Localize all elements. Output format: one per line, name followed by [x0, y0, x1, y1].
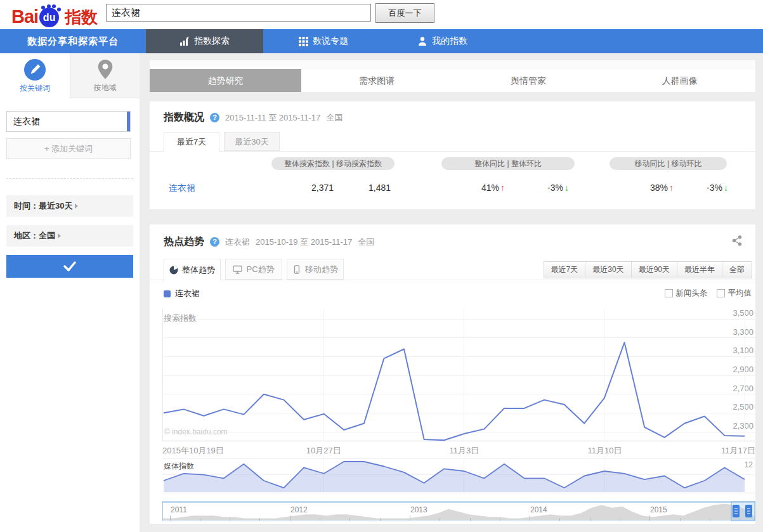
column-header-overall-compare: 整体同比 | 整体环比	[441, 157, 575, 170]
search-index-chart[interactable]: 2,3002,5002,7002,9003,1003,3003,500 搜索指数…	[162, 309, 755, 441]
time-filter[interactable]: 时间：最近30天	[6, 195, 133, 217]
logo-text-zhishu: 指数	[65, 7, 98, 27]
platform-title: 数据分享和探索平台	[0, 29, 146, 53]
index-overview-card: 指数概况 ? 2015-11-11 至 2015-11-17 全国 最近7天 最…	[150, 101, 755, 209]
overview-period-tabs: 最近7天 最近30天	[164, 132, 280, 152]
svg-text:2,500: 2,500	[733, 402, 753, 412]
tab-mobile-trend[interactable]: 移动趋势	[287, 259, 344, 280]
tab-last-7-days[interactable]: 最近7天	[164, 132, 219, 152]
tab-demand-map[interactable]: 需求图谱	[301, 69, 453, 92]
user-icon	[417, 36, 427, 46]
down-arrow-icon: ↓	[564, 183, 569, 193]
nav-item-index-explore[interactable]: 指数探索	[146, 29, 263, 53]
watermark: © index.baidu.com	[164, 427, 228, 436]
add-keyword-button[interactable]: + 添加关键词	[6, 138, 131, 159]
confirm-button[interactable]	[6, 255, 133, 278]
chart-options: 新闻头条 平均值	[665, 288, 752, 299]
keyword-text: 连衣裙	[13, 116, 40, 126]
paw-icon: du	[39, 6, 61, 27]
range-button-90d[interactable]: 最近90天	[631, 262, 677, 278]
trend-date-range: 2015-10-19 至 2015-11-17	[256, 237, 352, 248]
sidebar-tab-label: 按地域	[70, 82, 140, 93]
svg-text:2,700: 2,700	[733, 384, 753, 393]
media-max-value: 12	[745, 460, 753, 469]
svg-text:3,100: 3,100	[733, 346, 753, 355]
main-nav: 数据分享和探索平台 指数探索 数说专题 我的指数	[0, 29, 763, 53]
sidebar-tab-label: 按关键词	[0, 83, 70, 94]
timeline-sparkline: 20112012201320142015	[163, 502, 755, 521]
tab-pc-trend[interactable]: PC趋势	[225, 259, 282, 280]
keyword-accent-bar	[127, 112, 130, 131]
share-icon[interactable]	[732, 235, 743, 246]
nav-item-data-topics[interactable]: 数说专题	[266, 29, 381, 53]
search-button[interactable]: 百度一下	[375, 3, 434, 23]
legend-keyword: 连衣裙	[175, 288, 200, 299]
svg-text:2014: 2014	[530, 505, 547, 514]
trend-tab-label: 整体趋势	[182, 259, 215, 280]
checkbox-label: 新闻头条	[676, 288, 708, 299]
trend-title: 热点趋势	[164, 235, 204, 249]
pie-icon	[169, 266, 178, 275]
main-content: 趋势研究 需求图谱 舆情管家 人群画像 指数概况 ? 2015-11-11 至 …	[150, 53, 755, 524]
checkbox-icon	[717, 289, 725, 297]
region-filter[interactable]: 地区：全国	[6, 225, 133, 247]
top-header: Bai du 指数 百度一下	[0, 0, 763, 29]
chart-legend: 连衣裙	[164, 288, 200, 299]
chevron-right-icon	[58, 233, 61, 238]
nav-item-label: 我的指数	[432, 36, 467, 47]
trend-region: 全国	[358, 237, 374, 248]
sidebar-tab-by-region[interactable]: 按地域	[70, 53, 140, 98]
nav-item-label: 数说专题	[313, 36, 348, 47]
x-axis-labels: 2015年10月19日 10月27日 11月3日 11月10日 11月17日	[162, 441, 755, 458]
baidu-index-logo[interactable]: Bai du 指数	[11, 3, 98, 27]
checkbox-news-headlines[interactable]: 新闻头条	[665, 288, 708, 299]
x-tick-label: 11月3日	[450, 445, 479, 457]
range-button-30d[interactable]: 最近30天	[585, 262, 630, 278]
hot-trend-card: 热点趋势 ? 连衣裙 2015-10-19 至 2015-11-17 全国 整体…	[150, 224, 755, 524]
tab-last-30-days[interactable]: 最近30天	[224, 132, 280, 151]
sidebar-tab-by-keyword[interactable]: 按关键词	[0, 53, 70, 98]
tab-trend-research[interactable]: 趋势研究	[150, 69, 301, 92]
help-icon[interactable]: ?	[210, 113, 219, 122]
sidebar-divider	[6, 178, 133, 179]
checkbox-label: 平均值	[728, 288, 752, 299]
range-button-7d[interactable]: 最近7天	[544, 262, 585, 278]
range-button-half-year[interactable]: 最近半年	[677, 262, 722, 278]
checkbox-average[interactable]: 平均值	[717, 288, 752, 299]
sidebar: 按关键词 按地域 连衣裙 + 添加关键词 时间：最近30天 地区：全国	[0, 53, 140, 532]
search-input[interactable]	[106, 4, 371, 22]
search-axis-label: 搜索指数	[164, 313, 197, 324]
research-tabs: 趋势研究 需求图谱 舆情管家 人群画像	[150, 69, 755, 92]
tab-audience-profile[interactable]: 人群画像	[604, 69, 755, 92]
svg-text:2012: 2012	[290, 505, 308, 514]
time-filter-label: 时间：最近30天	[14, 201, 72, 211]
up-arrow-icon: ↑	[500, 183, 505, 193]
mobile-mom-value: -3%↓	[676, 183, 728, 193]
media-index-chart[interactable]: 媒体指数 12	[162, 458, 755, 493]
keyword-box[interactable]: 连衣裙	[6, 111, 131, 132]
svg-text:2013: 2013	[410, 505, 427, 514]
nav-item-label: 指数探索	[194, 36, 230, 47]
x-tick-label: 2015年10月19日	[162, 445, 224, 457]
checkbox-icon	[665, 289, 673, 297]
media-axis-label: 媒体指数	[164, 461, 194, 472]
sidebar-mode-tabs: 按关键词 按地域	[0, 53, 140, 98]
overview-region: 全国	[326, 112, 342, 124]
row-keyword-link[interactable]: 连衣裙	[169, 183, 195, 194]
timeline-slider[interactable]: 20112012201320142015	[162, 501, 755, 521]
overview-title: 指数概况	[164, 111, 204, 124]
chevron-right-icon	[75, 204, 78, 209]
x-tick-label: 11月17日	[721, 445, 755, 457]
nav-item-my-index[interactable]: 我的指数	[384, 29, 501, 53]
help-icon[interactable]: ?	[210, 237, 219, 247]
trend-type-tabs: 整体趋势 PC趋势 移动趋势	[164, 259, 344, 280]
range-button-all[interactable]: 全部	[722, 262, 752, 278]
table-row: 连衣裙 2,371 1,481 41%↑ -3%↓ 38%↑ -3%↓	[150, 180, 755, 199]
map-pin-icon	[70, 58, 140, 81]
logo-text-bai: Bai	[11, 6, 38, 27]
overall-search-index-value: 2,371	[283, 183, 334, 193]
tab-sentiment-manager[interactable]: 舆情管家	[453, 69, 604, 92]
tab-overall-trend[interactable]: 整体趋势	[164, 259, 221, 280]
svg-text:3,500: 3,500	[733, 309, 753, 318]
column-header-mobile-compare: 移动同比 | 移动环比	[610, 157, 727, 170]
